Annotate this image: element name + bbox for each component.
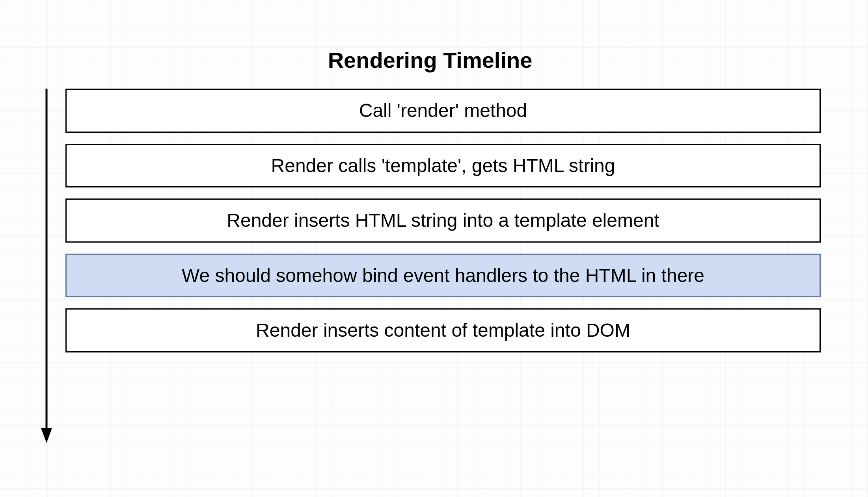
step-label: Render calls 'template', gets HTML strin… [271, 154, 615, 177]
step-label: Call 'render' method [359, 99, 527, 122]
step-box: Render inserts HTML string into a templa… [65, 198, 821, 243]
step-box: Render inserts content of template into … [65, 308, 821, 352]
step-box: Call 'render' method [65, 89, 821, 133]
step-box-highlighted: We should somehow bind event handlers to… [65, 254, 821, 298]
step-label: Render inserts content of template into … [256, 319, 630, 342]
step-box: Render calls 'template', gets HTML strin… [65, 144, 821, 188]
arrow-down-icon [39, 89, 54, 443]
svg-marker-1 [41, 428, 52, 443]
step-label: We should somehow bind event handlers to… [182, 264, 704, 287]
step-label: Render inserts HTML string into a templa… [227, 209, 659, 232]
timeline-row: Call 'render' method Render calls 'templ… [39, 89, 821, 443]
diagram-container: Rendering Timeline Call 'render' method … [0, 0, 868, 467]
timeline-arrow-column [39, 89, 54, 443]
steps-column: Call 'render' method Render calls 'templ… [65, 89, 821, 443]
diagram-title: Rendering Timeline [328, 47, 533, 73]
